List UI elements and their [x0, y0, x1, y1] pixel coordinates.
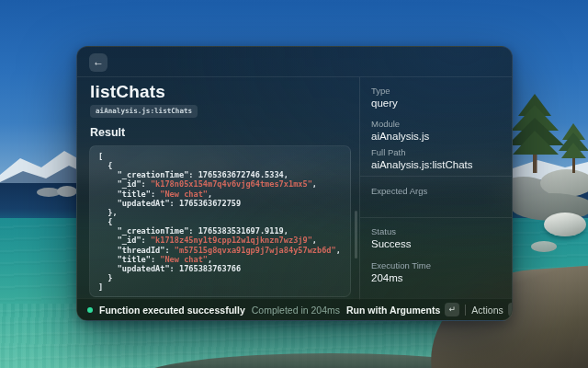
run-with-arguments-button[interactable]: Run with Arguments ↵ — [346, 303, 459, 316]
code-line: "_id": "k178n05x154m7q4v6vjg64tmes7x1mx5… — [98, 179, 342, 189]
code-line: "threadId": "m57515g8qvxa91gp9j7wja84y57… — [98, 246, 342, 255]
desktop: ← listChats aiAnalysis.js:listChats Resu… — [0, 0, 588, 368]
status-value: Success — [371, 238, 411, 249]
module-value: aiAnalysis.js — [371, 131, 429, 142]
actions-button[interactable]: Actions ⌘ K — [471, 303, 513, 316]
code-line: ] — [98, 282, 342, 292]
status-bar: Function executed successfully Completed… — [77, 298, 512, 320]
code-line: "_creationTime": 1765383531697.9119, — [98, 226, 342, 236]
code-line: } — [98, 273, 342, 282]
code-line: { — [98, 161, 342, 170]
code-line: "_id": "k1718z45ny1t9cpp12w1qjknzn7wz3j9… — [98, 236, 342, 245]
window-header: ← — [77, 47, 512, 77]
full-path-label: Full Path — [371, 147, 406, 157]
code-line: "title": "New chat", — [98, 190, 342, 199]
execution-time-value: 204ms — [371, 272, 403, 283]
function-runner-window: ← listChats aiAnalysis.js:listChats Resu… — [76, 46, 513, 321]
code-line: }, — [98, 208, 342, 217]
code-line: "updatedAt": 1765363672759 — [98, 199, 342, 208]
success-dot-icon — [87, 307, 93, 313]
code-line: "_creationTime": 1765363672746.5334, — [98, 170, 342, 179]
run-with-arguments-label: Run with Arguments — [346, 305, 440, 316]
code-block[interactable]: [ { "_creationTime": 1765363672746.5334,… — [89, 145, 351, 297]
details-sidebar: Type query Module aiAnalysis.js Full Pat… — [360, 77, 513, 300]
divider — [360, 217, 513, 218]
status-label: Status — [371, 226, 396, 236]
type-value: query — [371, 98, 398, 109]
small-stone — [531, 241, 557, 252]
back-button[interactable]: ← — [89, 53, 107, 72]
footer-completed-text: Completed in 204ms — [252, 305, 340, 316]
actions-label: Actions — [471, 305, 503, 316]
back-arrow-icon: ← — [93, 55, 104, 68]
code-line: "title": "New chat", — [98, 255, 342, 264]
shore-rock — [57, 186, 77, 197]
divider — [360, 176, 513, 177]
code-scrollbar[interactable] — [355, 211, 357, 259]
code-line: "updatedAt": 1765383763766 — [98, 264, 342, 273]
footer-actions-group: Run with Arguments ↵ Actions ⌘ K — [346, 303, 513, 316]
full-path-value: aiAnalysis.js:listChats — [371, 159, 473, 170]
type-label: Type — [371, 86, 390, 96]
pine-trees — [502, 92, 588, 179]
divider — [465, 305, 466, 316]
function-title: listChats — [90, 82, 165, 102]
code-line: { — [98, 217, 342, 226]
result-heading: Result — [90, 126, 125, 139]
function-path-badge: aiAnalysis.js:listChats — [90, 105, 198, 118]
expected-args-label: Expected Args — [371, 186, 427, 196]
white-boulder — [544, 213, 586, 236]
module-label: Module — [371, 119, 400, 129]
code-line: [ — [98, 152, 342, 161]
execution-time-label: Execution Time — [371, 260, 431, 270]
return-key-icon: ↵ — [445, 303, 459, 316]
footer-status-text: Function executed successfully — [99, 305, 245, 316]
